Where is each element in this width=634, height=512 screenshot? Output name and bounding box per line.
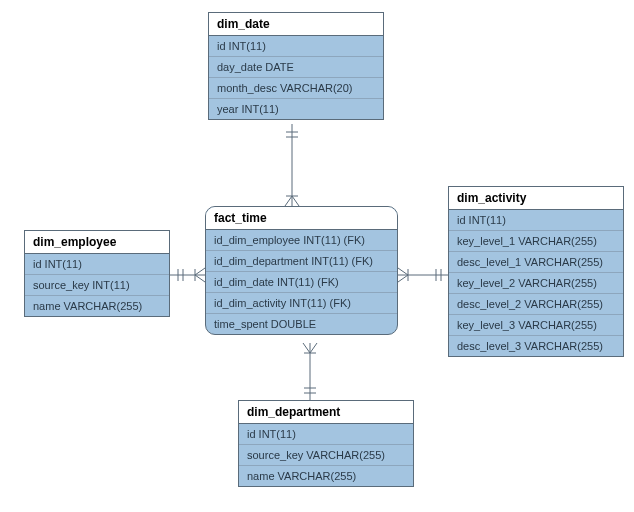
rel-date-fact xyxy=(285,124,299,206)
er-diagram-canvas: dim_date id INT(11) day_date DATE month_… xyxy=(0,0,634,512)
column: desc_level_1 VARCHAR(255) xyxy=(449,252,623,273)
entity-dim-department: dim_department id INT(11) source_key VAR… xyxy=(238,400,414,487)
column: day_date DATE xyxy=(209,57,383,78)
svg-line-15 xyxy=(398,275,408,282)
svg-line-14 xyxy=(398,268,408,275)
entity-title: dim_employee xyxy=(25,231,169,254)
column: year INT(11) xyxy=(209,99,383,119)
column: desc_level_3 VARCHAR(255) xyxy=(449,336,623,356)
entity-title: fact_time xyxy=(206,207,397,230)
column: id_dim_activity INT(11) (FK) xyxy=(206,293,397,314)
entity-title: dim_activity xyxy=(449,187,623,210)
column: key_level_2 VARCHAR(255) xyxy=(449,273,623,294)
entity-dim-date: dim_date id INT(11) day_date DATE month_… xyxy=(208,12,384,120)
column: name VARCHAR(255) xyxy=(25,296,169,316)
column: time_spent DOUBLE xyxy=(206,314,397,334)
entity-dim-employee: dim_employee id INT(11) source_key INT(1… xyxy=(24,230,170,317)
column: id INT(11) xyxy=(239,424,413,445)
column: name VARCHAR(255) xyxy=(239,466,413,486)
column: id INT(11) xyxy=(209,36,383,57)
column: id_dim_date INT(11) (FK) xyxy=(206,272,397,293)
svg-line-21 xyxy=(310,343,317,353)
entity-dim-activity: dim_activity id INT(11) key_level_1 VARC… xyxy=(448,186,624,357)
column: id INT(11) xyxy=(25,254,169,275)
rel-employee-fact xyxy=(170,268,205,282)
rel-activity-fact xyxy=(398,268,448,282)
column: key_level_1 VARCHAR(255) xyxy=(449,231,623,252)
column: id INT(11) xyxy=(449,210,623,231)
entity-title: dim_department xyxy=(239,401,413,424)
svg-line-11 xyxy=(195,275,205,282)
column: source_key INT(11) xyxy=(25,275,169,296)
entity-title: dim_date xyxy=(209,13,383,36)
column: key_level_3 VARCHAR(255) xyxy=(449,315,623,336)
column: id_dim_department INT(11) (FK) xyxy=(206,251,397,272)
column: source_key VARCHAR(255) xyxy=(239,445,413,466)
svg-line-4 xyxy=(285,196,292,206)
svg-line-10 xyxy=(195,268,205,275)
rel-department-fact xyxy=(303,343,317,400)
svg-line-5 xyxy=(292,196,299,206)
svg-line-20 xyxy=(303,343,310,353)
column: month_desc VARCHAR(20) xyxy=(209,78,383,99)
column: id_dim_employee INT(11) (FK) xyxy=(206,230,397,251)
column: desc_level_2 VARCHAR(255) xyxy=(449,294,623,315)
entity-fact-time: fact_time id_dim_employee INT(11) (FK) i… xyxy=(205,206,398,335)
